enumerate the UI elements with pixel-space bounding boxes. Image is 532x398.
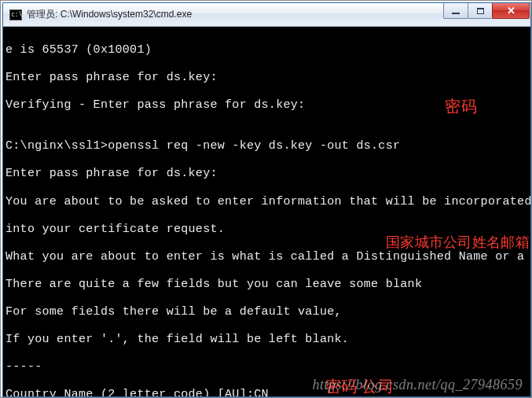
terminal-output[interactable]: e is 65537 (0x10001) Enter pass phrase f… bbox=[3, 27, 530, 396]
terminal-line: Country Name (2 letter code) [AU]:CN bbox=[6, 388, 526, 396]
terminal-line: For some fields there will be a default … bbox=[6, 305, 526, 319]
terminal-line: Verifying - Enter pass phrase for ds.key… bbox=[6, 98, 526, 112]
close-button[interactable]: ✕ bbox=[492, 3, 530, 19]
window-controls: ✕ bbox=[444, 3, 530, 19]
minimize-icon bbox=[452, 13, 460, 14]
terminal-line: e is 65537 (0x10001) bbox=[6, 43, 526, 57]
terminal-line: There are quite a few fields but you can… bbox=[6, 278, 526, 292]
cmd-icon bbox=[9, 9, 22, 20]
annotation-fields: 国家城市公司姓名邮箱等相关信息 bbox=[386, 233, 512, 252]
titlebar[interactable]: 管理员: C:\Windows\system32\cmd.exe ✕ bbox=[3, 3, 530, 27]
maximize-button[interactable] bbox=[468, 3, 493, 19]
terminal-line: C:\nginx\ssl1>openssl req -new -key ds.k… bbox=[6, 139, 526, 153]
terminal-line: into your certificate request. bbox=[6, 223, 526, 237]
terminal-line: If you enter '.', the field will be left… bbox=[6, 333, 526, 347]
terminal-line: What you are about to enter is what is c… bbox=[6, 250, 526, 264]
window-title: 管理员: C:\Windows\system32\cmd.exe bbox=[27, 8, 444, 21]
cmd-window: 管理员: C:\Windows\system32\cmd.exe ✕ e is … bbox=[2, 2, 531, 397]
terminal-line: Enter pass phrase for ds.key: bbox=[6, 167, 526, 181]
close-icon: ✕ bbox=[507, 6, 515, 16]
terminal-line: ----- bbox=[6, 360, 526, 374]
terminal-line: You are about to be asked to enter infor… bbox=[6, 195, 526, 209]
minimize-button[interactable] bbox=[443, 3, 468, 19]
terminal-line: Enter pass phrase for ds.key: bbox=[6, 71, 526, 85]
maximize-icon bbox=[477, 8, 484, 14]
